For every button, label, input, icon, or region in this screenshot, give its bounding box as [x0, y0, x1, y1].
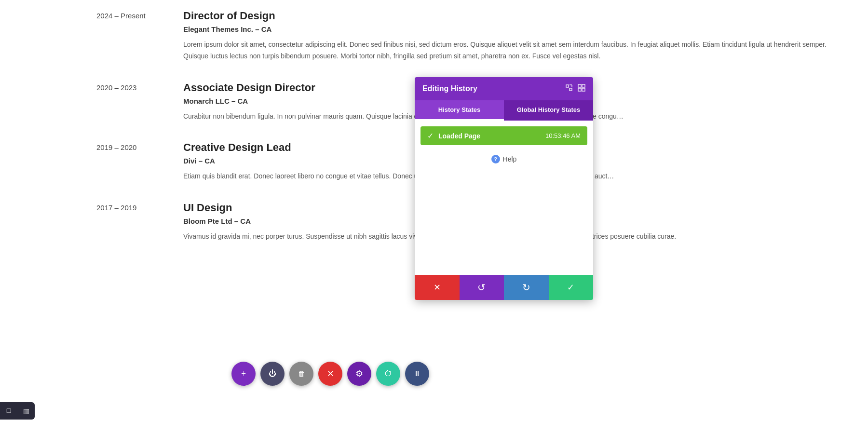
help-section[interactable]: ? Help	[420, 155, 587, 163]
help-icon: ?	[491, 155, 500, 163]
bottom-left-panel: □ ▥	[0, 402, 35, 420]
job-desc-1: Lorem ipsum dolor sit amet, consectetur …	[183, 39, 849, 62]
toolbar-pause-button[interactable]: ⏸	[405, 362, 429, 386]
floating-toolbar: + ⏻ 🗑 ✕ ⚙ ⏱ ⏸	[231, 362, 429, 386]
toolbar-power-button[interactable]: ⏻	[260, 362, 285, 386]
panel-header-icons	[565, 84, 585, 94]
period-3: 2019 – 2020	[96, 141, 183, 182]
close-icon: ✕	[327, 368, 334, 379]
panel-redo-button[interactable]: ↻	[504, 275, 549, 300]
toolbar-delete-button[interactable]: 🗑	[289, 362, 313, 386]
cancel-icon: ✕	[434, 282, 441, 293]
panel-confirm-button[interactable]: ✓	[549, 275, 594, 300]
pause-icon: ⏸	[413, 369, 421, 378]
panel-actions: ✕ ↺ ↻ ✓	[415, 275, 593, 300]
layout-2-icon: ▥	[23, 407, 29, 415]
job-title-1: Director of Design	[183, 10, 849, 22]
confirm-icon: ✓	[567, 282, 574, 293]
company-1: Elegant Themes Inc. – CA	[183, 25, 849, 33]
svg-rect-7	[582, 88, 585, 91]
redo-icon: ↻	[522, 282, 530, 293]
toolbar-close-button[interactable]: ✕	[318, 362, 342, 386]
power-icon: ⏻	[269, 369, 276, 378]
job-content-1: Director of Design Elegant Themes Inc. –…	[183, 10, 849, 62]
history-item-loaded-page[interactable]: ✓ Loaded Page 10:53:46 AM	[420, 126, 587, 145]
svg-rect-5	[582, 84, 585, 87]
period-4: 2017 – 2019	[96, 202, 183, 243]
history-item-time: 10:53:46 AM	[545, 132, 581, 139]
panel-body: ✓ Loaded Page 10:53:46 AM ? Help	[415, 121, 593, 275]
panel-title: Editing History	[422, 84, 477, 93]
period-2: 2020 – 2023	[96, 81, 183, 122]
undo-icon: ↺	[477, 282, 486, 293]
layout-1-icon: □	[7, 407, 11, 415]
panel-cancel-button[interactable]: ✕	[415, 275, 460, 300]
history-check-icon: ✓	[427, 131, 434, 140]
editing-history-panel: Editing History History Sta	[415, 77, 593, 300]
add-icon: +	[241, 369, 246, 379]
layout-button-2[interactable]: ▥	[17, 402, 35, 420]
trash-icon: 🗑	[298, 370, 305, 378]
tab-global-history-states[interactable]: Global History States	[504, 100, 593, 121]
timeline-item-1: 2024 – Present Director of Design Elegan…	[96, 10, 849, 62]
toolbar-history-button[interactable]: ⏱	[376, 362, 400, 386]
layout-button-1[interactable]: □	[0, 402, 17, 420]
panel-header: Editing History	[415, 77, 593, 100]
period-1: 2024 – Present	[96, 10, 183, 62]
svg-rect-4	[578, 84, 581, 87]
toolbar-settings-button[interactable]: ⚙	[347, 362, 371, 386]
history-item-label: Loaded Page	[438, 132, 480, 140]
history-item-left: ✓ Loaded Page	[427, 131, 480, 140]
toolbar-add-button[interactable]: +	[231, 362, 256, 386]
panel-icon-grid[interactable]	[578, 84, 585, 94]
panel-icon-expand[interactable]	[565, 84, 573, 94]
gear-icon: ⚙	[355, 368, 363, 379]
tab-history-states[interactable]: History States	[415, 100, 504, 121]
help-label: Help	[503, 155, 517, 163]
panel-undo-button[interactable]: ↺	[460, 275, 504, 300]
clock-icon: ⏱	[384, 369, 392, 378]
svg-rect-1	[570, 88, 572, 91]
svg-rect-0	[566, 85, 569, 87]
svg-rect-6	[578, 88, 581, 91]
panel-tabs: History States Global History States	[415, 100, 593, 121]
